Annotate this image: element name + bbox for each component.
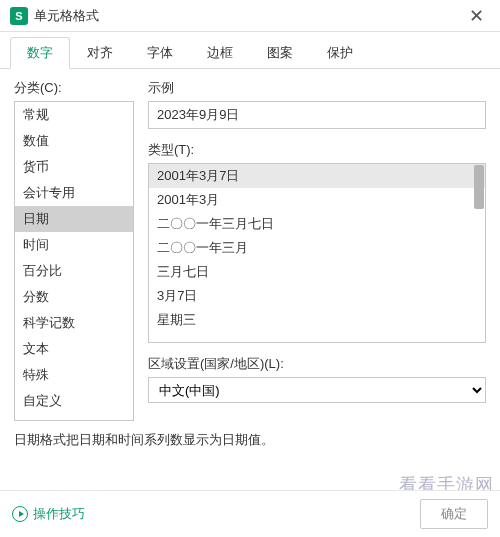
category-item-general[interactable]: 常规 (15, 102, 133, 128)
tab-number[interactable]: 数字 (10, 37, 70, 69)
category-item-text[interactable]: 文本 (15, 336, 133, 362)
type-item-3[interactable]: 二〇〇一年三月 (149, 236, 485, 260)
sample-value: 2023年9月9日 (157, 106, 239, 124)
category-item-special[interactable]: 特殊 (15, 362, 133, 388)
type-list-scrollbar[interactable] (474, 165, 484, 209)
titlebar: S 单元格格式 ✕ (0, 0, 500, 32)
dialog-body: 分类(C): 常规 数值 货币 会计专用 日期 时间 百分比 分数 科学记数 文… (0, 69, 500, 421)
category-label: 分类(C): (14, 79, 134, 97)
close-icon[interactable]: ✕ (463, 3, 490, 29)
window-title: 单元格格式 (34, 7, 463, 25)
sample-label: 示例 (148, 79, 486, 97)
category-item-accounting[interactable]: 会计专用 (15, 180, 133, 206)
play-icon (12, 506, 28, 522)
tips-label: 操作技巧 (33, 505, 85, 523)
type-item-2[interactable]: 二〇〇一年三月七日 (149, 212, 485, 236)
type-item-5[interactable]: 3月7日 (149, 284, 485, 308)
tab-protection[interactable]: 保护 (310, 37, 370, 69)
locale-select[interactable]: 中文(中国) (148, 377, 486, 403)
tab-font[interactable]: 字体 (130, 37, 190, 69)
footer: 操作技巧 确定 (0, 490, 500, 537)
category-item-percentage[interactable]: 百分比 (15, 258, 133, 284)
category-list[interactable]: 常规 数值 货币 会计专用 日期 时间 百分比 分数 科学记数 文本 特殊 自定… (14, 101, 134, 421)
type-item-6[interactable]: 星期三 (149, 308, 485, 332)
app-icon: S (10, 7, 28, 25)
type-list[interactable]: 2001年3月7日 2001年3月 二〇〇一年三月七日 二〇〇一年三月 三月七日… (148, 163, 486, 343)
type-item-0[interactable]: 2001年3月7日 (149, 164, 485, 188)
category-item-number[interactable]: 数值 (15, 128, 133, 154)
category-column: 分类(C): 常规 数值 货币 会计专用 日期 时间 百分比 分数 科学记数 文… (14, 79, 134, 421)
category-item-currency[interactable]: 货币 (15, 154, 133, 180)
type-item-4[interactable]: 三月七日 (149, 260, 485, 284)
category-item-time[interactable]: 时间 (15, 232, 133, 258)
type-label: 类型(T): (148, 141, 486, 159)
category-item-scientific[interactable]: 科学记数 (15, 310, 133, 336)
category-item-date[interactable]: 日期 (15, 206, 133, 232)
tab-border[interactable]: 边框 (190, 37, 250, 69)
format-description: 日期格式把日期和时间系列数显示为日期值。 (0, 421, 500, 459)
locale-label: 区域设置(国家/地区)(L): (148, 355, 486, 373)
tab-pattern[interactable]: 图案 (250, 37, 310, 69)
category-item-fraction[interactable]: 分数 (15, 284, 133, 310)
sample-box: 2023年9月9日 (148, 101, 486, 129)
ok-button[interactable]: 确定 (420, 499, 488, 529)
tab-alignment[interactable]: 对齐 (70, 37, 130, 69)
type-item-1[interactable]: 2001年3月 (149, 188, 485, 212)
category-item-custom[interactable]: 自定义 (15, 388, 133, 414)
detail-column: 示例 2023年9月9日 类型(T): 2001年3月7日 2001年3月 二〇… (148, 79, 486, 421)
tips-link[interactable]: 操作技巧 (12, 505, 420, 523)
tab-bar: 数字 对齐 字体 边框 图案 保护 (0, 32, 500, 69)
